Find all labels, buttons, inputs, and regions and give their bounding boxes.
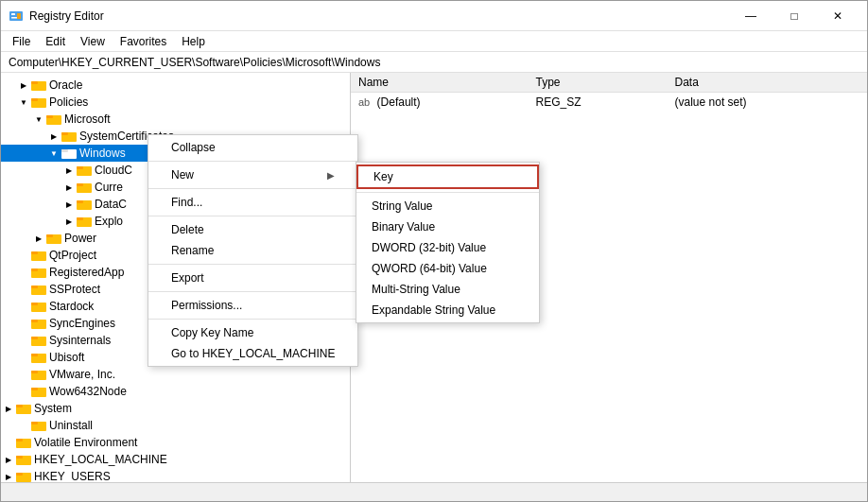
menu-view[interactable]: View (73, 33, 113, 50)
expand-microsoft[interactable]: ▼ (31, 112, 46, 127)
tree-label-volatile: Volatile Environment (34, 436, 137, 449)
expand-oracle[interactable]: ▶ (16, 78, 31, 93)
tree-item-microsoft[interactable]: ▼ Microsoft (1, 111, 350, 128)
ctx-collapse[interactable]: Collapse (148, 137, 357, 158)
submenu-expandable-value[interactable]: Expandable String Value (356, 300, 539, 320)
close-button[interactable]: ✕ (816, 7, 859, 26)
svg-rect-15 (77, 166, 83, 169)
tree-label-stardock: Stardock (49, 300, 94, 313)
ctx-copykeyname[interactable]: Copy Key Name (148, 322, 357, 343)
svg-rect-11 (61, 132, 68, 135)
expand-systemcerts[interactable]: ▶ (46, 129, 61, 144)
registry-table: Name Type Data ab (Default) REG_SZ (valu… (351, 73, 867, 112)
submenu-binary-value[interactable]: Binary Value (356, 216, 539, 237)
menu-help[interactable]: Help (174, 33, 213, 50)
title-bar: Registry Editor — □ ✕ (1, 1, 867, 31)
expand-system[interactable]: ▶ (1, 401, 16, 416)
svg-rect-2 (11, 17, 17, 19)
expand-hklm[interactable]: ▶ (1, 452, 16, 467)
svg-rect-1 (11, 13, 15, 15)
ctx-rename[interactable]: Rename (148, 240, 357, 261)
folder-icon-datac (77, 198, 92, 211)
ctx-permissions[interactable]: Permissions... (148, 295, 357, 316)
tree-item-wow6432node[interactable]: ▶ Wow6432Node (1, 383, 350, 400)
folder-icon-hkusers (16, 470, 31, 482)
expand-windows[interactable]: ▼ (46, 146, 61, 161)
tree-label-windows: Windows (79, 147, 126, 160)
folder-icon-cloudc (77, 164, 92, 177)
menu-bar: File Edit View Favorites Help (1, 31, 867, 52)
tree-item-hkusers[interactable]: ▶ HKEY_USERS (1, 468, 350, 482)
tree-label-vmware: VMware, Inc. (49, 368, 115, 381)
ctx-sep-1 (148, 161, 357, 162)
maximize-button[interactable]: □ (773, 7, 816, 26)
folder-icon-wow6432node (31, 385, 46, 398)
ab-icon: ab (358, 96, 370, 108)
tree-label-cloudc: CloudC (95, 164, 132, 177)
tree-label-system: System (34, 402, 72, 415)
folder-icon-oracle (31, 78, 46, 92)
context-menu: Collapse New ▶ Find... Delete Rename Exp… (148, 134, 358, 367)
folder-icon-curre (77, 181, 92, 194)
folder-icon-registeredapp (31, 266, 46, 279)
menu-edit[interactable]: Edit (38, 33, 73, 50)
folder-icon-sysinternals (31, 334, 46, 347)
tree-item-system[interactable]: ▶ System (1, 400, 350, 417)
address-text: Computer\HKEY_CURRENT_USER\Software\Poli… (9, 56, 380, 69)
menu-favorites[interactable]: Favorites (113, 33, 174, 50)
minimize-button[interactable]: — (729, 7, 773, 26)
folder-icon-stardock (31, 300, 46, 313)
expand-cloudc[interactable]: ▶ (61, 163, 77, 178)
col-name: Name (351, 73, 528, 93)
tree-item-policies[interactable]: ▼ Policies (1, 94, 350, 111)
tree-item-oracle[interactable]: ▶ Oracle (1, 77, 350, 94)
ctx-sep-4 (148, 264, 357, 265)
ctx-export[interactable]: Export (148, 268, 357, 288)
folder-icon-systemcerts (61, 130, 77, 143)
expand-datac[interactable]: ▶ (61, 197, 77, 212)
submenu-string-value[interactable]: String Value (356, 196, 539, 216)
svg-rect-47 (16, 439, 23, 441)
new-submenu: Key String Value Binary Value DWORD (32-… (356, 162, 540, 323)
tree-item-vmware[interactable]: ▶ VMware, Inc. (1, 366, 350, 383)
menu-file[interactable]: File (5, 33, 38, 50)
tree-label-hklm: HKEY_LOCAL_MACHINE (34, 453, 167, 466)
registry-editor-window: Registry Editor — □ ✕ File Edit View Fav… (0, 0, 868, 502)
expand-curre[interactable]: ▶ (61, 180, 77, 195)
tree-label-power: Power (64, 232, 96, 245)
folder-icon-hklm (16, 453, 31, 466)
window-title: Registry Editor (29, 9, 104, 23)
folder-icon-ssprotect (31, 283, 46, 296)
tree-label-policies: Policies (49, 95, 88, 109)
ctx-sep-2 (148, 188, 357, 189)
expand-policies[interactable]: ▼ (16, 95, 31, 110)
tree-label-ssprotect: SSProtect (49, 283, 100, 296)
tree-label-syncengines: SyncEngines (49, 317, 115, 330)
svg-rect-33 (31, 320, 38, 322)
folder-icon-syncengines (31, 317, 46, 330)
svg-rect-17 (77, 183, 83, 186)
folder-icon-qtproject (31, 249, 46, 262)
ctx-new[interactable]: New ▶ (148, 164, 357, 185)
submenu-dword-value[interactable]: DWORD (32-bit) Value (356, 237, 539, 258)
ctx-find[interactable]: Find... (148, 192, 357, 213)
expand-explo[interactable]: ▶ (61, 214, 77, 229)
status-bar (1, 482, 867, 501)
submenu-qword-value[interactable]: QWORD (64-bit) Value (356, 258, 539, 279)
ctx-gotohklm[interactable]: Go to HKEY_LOCAL_MACHINE (148, 343, 357, 364)
col-type: Type (528, 73, 667, 93)
folder-icon-explo (77, 215, 92, 228)
tree-label-registeredapp: RegisteredApp (49, 266, 124, 279)
ctx-sep-5 (148, 291, 357, 292)
folder-icon-vmware (31, 368, 46, 381)
expand-hkusers[interactable]: ▶ (1, 469, 16, 482)
submenu-multistring-value[interactable]: Multi-String Value (356, 279, 539, 300)
expand-power[interactable]: ▶ (31, 231, 46, 246)
tree-item-hklm[interactable]: ▶ HKEY_LOCAL_MACHINE (1, 451, 350, 468)
folder-icon-power (46, 232, 61, 245)
table-row[interactable]: ab (Default) REG_SZ (value not set) (351, 93, 867, 113)
submenu-key[interactable]: Key (356, 164, 539, 189)
ctx-delete[interactable]: Delete (148, 219, 357, 240)
tree-item-volatile[interactable]: ▶ Volatile Environment (1, 434, 350, 451)
tree-item-uninstall[interactable]: ▶ Uninstall (1, 417, 350, 434)
